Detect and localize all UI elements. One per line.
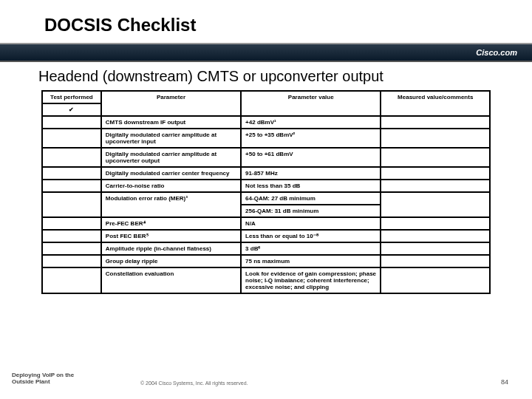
cell-param: CMTS downstream IF output [101, 116, 241, 129]
table-row: Digitally modulated carrier center frequ… [42, 167, 490, 180]
header-parameter-value: Parameter value [241, 91, 381, 116]
cell-value: N/A [241, 217, 381, 230]
checklist-table: Test performed Parameter Parameter value… [41, 90, 491, 294]
table-row: Constellation evaluationLook for evidenc… [42, 267, 490, 293]
table-row: Post FEC BER⁵Less than or equal to 10⁻⁸ [42, 230, 490, 242]
table-row: Pre-FEC BER⁴N/A [42, 217, 490, 230]
header-check: ✔ [42, 103, 101, 116]
footer-left: Deploying VoIP on the Outside Plant [12, 372, 74, 386]
table-row: CMTS downstream IF output+42 dBmV¹ [42, 116, 490, 129]
cell-param: Carrier-to-noise ratio [101, 180, 241, 192]
cell-param: Group delay ripple [101, 255, 241, 267]
cell-param: Constellation evaluation [101, 267, 241, 293]
cell-param: Digitally modulated carrier amplitude at… [101, 129, 241, 148]
table-row: Group delay ripple75 ns maximum [42, 255, 490, 267]
table-row: Carrier-to-noise ratioNot less than 35 d… [42, 180, 490, 192]
brand-label: Cisco.com [476, 48, 517, 57]
table-row: Amplitude ripple (in-channel flatness)3 … [42, 242, 490, 255]
footer-left-line2: Outside Plant [12, 378, 50, 385]
header-parameter: Parameter [101, 91, 241, 116]
cell-value: 256-QAM: 31 dB minimum [241, 205, 381, 217]
cell-value: Look for evidence of gain compression; p… [241, 267, 381, 293]
cell-value: +25 to +35 dBmV² [241, 129, 381, 148]
cell-param: Modulation error ratio (MER)³ [101, 192, 241, 217]
cell-value: Not less than 35 dB [241, 180, 381, 192]
table-row: Digitally modulated carrier amplitude at… [42, 148, 490, 167]
cell-param: Digitally modulated carrier amplitude at… [101, 148, 241, 167]
header-measured: Measured value/comments [381, 91, 490, 116]
cell-param: Post FEC BER⁵ [101, 230, 241, 242]
cell-value: Less than or equal to 10⁻⁸ [241, 230, 381, 242]
cell-param: Amplitude ripple (in-channel flatness) [101, 242, 241, 255]
footer-copyright: © 2004 Cisco Systems, Inc. All rights re… [140, 381, 248, 386]
footer-left-line1: Deploying VoIP on the [12, 372, 74, 378]
cell-param: Pre-FEC BER⁴ [101, 217, 241, 230]
cell-value: 91-857 MHz [241, 167, 381, 180]
cell-value: +42 dBmV¹ [241, 116, 381, 129]
header-test-performed: Test performed [42, 91, 101, 103]
slide-title: DOCSIS Checklist [44, 15, 196, 35]
cell-value: 3 dB⁶ [241, 242, 381, 255]
table-row: Modulation error ratio (MER)³64-QAM: 27 … [42, 192, 490, 205]
slide-subtitle: Headend (downstream) CMTS or upconverter… [38, 68, 383, 85]
header-bar: Cisco.com [0, 43, 532, 62]
cell-value: 64-QAM: 27 dB minimum [241, 192, 381, 205]
cell-value: +50 to +61 dBmV [241, 148, 381, 167]
table-header-row: Test performed Parameter Parameter value… [42, 91, 490, 103]
cell-param: Digitally modulated carrier center frequ… [101, 167, 241, 180]
cell-value: 75 ns maximum [241, 255, 381, 267]
page-number: 84 [501, 378, 508, 386]
table-row: Digitally modulated carrier amplitude at… [42, 129, 490, 148]
